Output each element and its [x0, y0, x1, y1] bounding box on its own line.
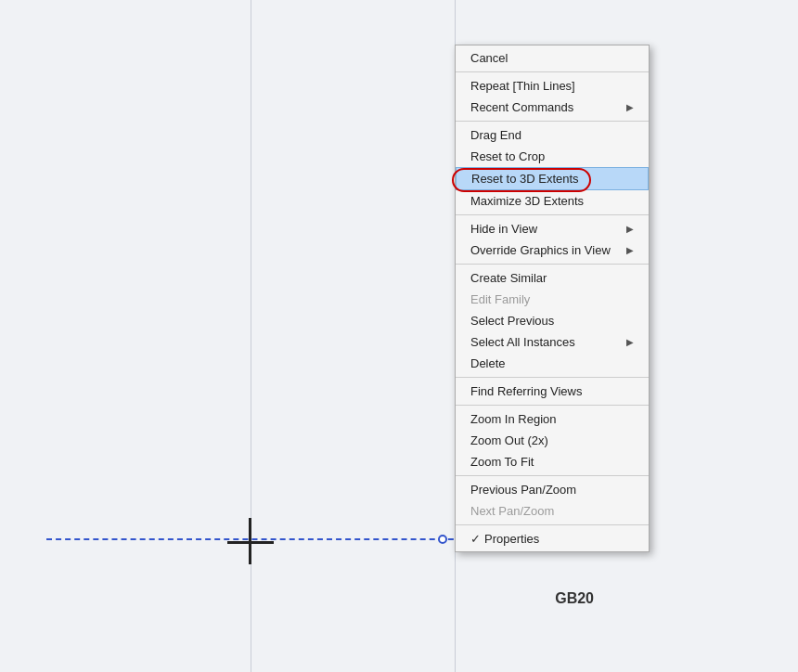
menu-separator	[456, 524, 649, 525]
menu-item-label: Select All Instances	[470, 335, 575, 349]
menu-separator	[456, 121, 649, 122]
menu-separator	[456, 405, 649, 406]
cad-background: GB20	[0, 0, 798, 672]
context-menu: CancelRepeat [Thin Lines]Recent Commands…	[455, 45, 650, 552]
menu-item-create_similar[interactable]: Create Similar	[456, 267, 649, 289]
menu-item-zoom_in_region[interactable]: Zoom In Region	[456, 408, 649, 430]
menu-item-recent_commands[interactable]: Recent Commands▶	[456, 97, 649, 118]
menu-item-cancel[interactable]: Cancel	[456, 47, 649, 69]
menu-item-next_pan_zoom: Next Pan/Zoom	[456, 500, 649, 522]
menu-item-label: Repeat [Thin Lines]	[470, 79, 575, 93]
menu-item-label: Select Previous	[470, 314, 554, 328]
menu-item-label: Zoom In Region	[470, 412, 557, 426]
menu-item-label: Edit Family	[470, 292, 530, 306]
menu-item-label: Zoom Out (2x)	[470, 433, 548, 447]
menu-item-previous_pan_zoom[interactable]: Previous Pan/Zoom	[456, 479, 649, 500]
menu-item-label: Override Graphics in View	[470, 243, 611, 257]
menu-item-zoom_to_fit[interactable]: Zoom To Fit	[456, 451, 649, 472]
menu-item-repeat_thin_lines[interactable]: Repeat [Thin Lines]	[456, 75, 649, 97]
menu-item-reset_to_3d[interactable]: Reset to 3D Extents	[456, 167, 649, 190]
menu-item-drag_end[interactable]: Drag End	[456, 124, 649, 146]
menu-item-label: Delete	[470, 356, 506, 370]
menu-item-label: Zoom To Fit	[470, 455, 534, 469]
menu-item-label: Drag End	[470, 128, 521, 142]
menu-item-label: Previous Pan/Zoom	[470, 483, 576, 497]
menu-item-hide_in_view[interactable]: Hide in View▶	[456, 218, 649, 239]
menu-separator	[456, 475, 649, 476]
menu-item-select_previous[interactable]: Select Previous	[456, 310, 649, 331]
menu-item-delete[interactable]: Delete	[456, 353, 649, 374]
menu-item-find_referring[interactable]: Find Referring Views	[456, 381, 649, 402]
menu-item-override_graphics[interactable]: Override Graphics in View▶	[456, 239, 649, 261]
menu-item-properties[interactable]: ✓Properties	[456, 528, 649, 549]
menu-item-label: Cancel	[470, 51, 508, 65]
menu-item-label: Maximize 3D Extents	[470, 194, 584, 208]
cad-point	[438, 535, 447, 544]
menu-item-select_all_instances[interactable]: Select All Instances▶	[456, 331, 649, 353]
menu-item-maximize_3d[interactable]: Maximize 3D Extents	[456, 190, 649, 212]
menu-item-label: Recent Commands	[470, 100, 573, 114]
menu-item-reset_to_crop[interactable]: Reset to Crop	[456, 146, 649, 167]
menu-item-label: Next Pan/Zoom	[470, 504, 554, 518]
menu-separator	[456, 264, 649, 265]
check-icon: ✓	[470, 532, 481, 546]
menu-item-zoom_out[interactable]: Zoom Out (2x)	[456, 430, 649, 451]
cad-cross-symbol	[237, 518, 264, 564]
menu-item-label: Create Similar	[470, 271, 547, 285]
menu-item-edit_family: Edit Family	[456, 289, 649, 310]
menu-separator	[456, 377, 649, 378]
submenu-arrow-icon: ▶	[626, 337, 634, 347]
menu-item-label: Properties	[484, 532, 539, 546]
menu-item-label: Reset to Crop	[470, 149, 545, 163]
cad-label: GB20	[555, 590, 594, 607]
menu-separator	[456, 214, 649, 215]
menu-item-label: Find Referring Views	[470, 384, 582, 398]
menu-item-label: Reset to 3D Extents	[471, 172, 579, 186]
submenu-arrow-icon: ▶	[626, 102, 634, 112]
submenu-arrow-icon: ▶	[626, 224, 634, 234]
menu-separator	[456, 71, 649, 72]
menu-item-label: Hide in View	[470, 222, 537, 236]
cad-vertical-line-1	[251, 0, 251, 672]
submenu-arrow-icon: ▶	[626, 245, 634, 255]
